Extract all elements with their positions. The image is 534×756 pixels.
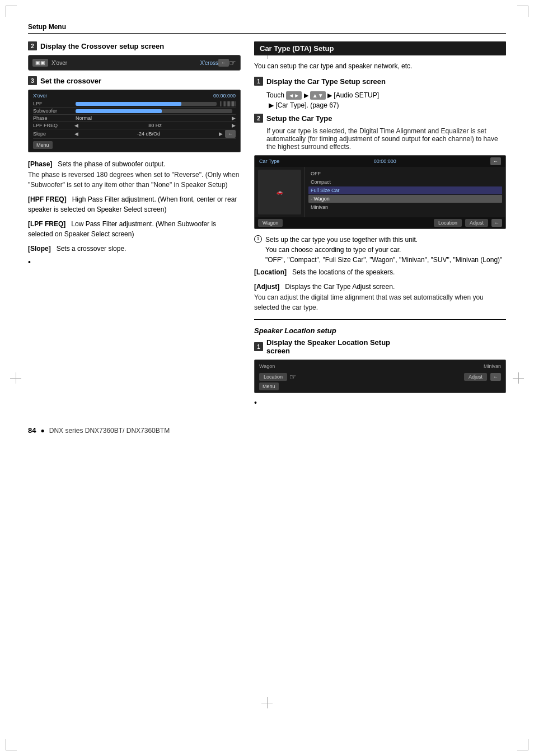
crossover-lpf-freq-row: LPF FREQ ◀ 80 Hz ▶ <box>33 122 236 129</box>
car-type-step2-header: 2 Setup the Car Type <box>254 114 506 123</box>
footer-dot: ● <box>40 427 44 435</box>
bullet-dot: • <box>28 258 31 267</box>
sls-minivan: Minivan <box>484 363 501 369</box>
car-type-footer-back-btn[interactable]: ← <box>491 219 502 227</box>
car-type-screen-label: Car Type <box>259 158 279 164</box>
car-type-left-panel: 🚗 <box>255 167 305 217</box>
speaker-location-screen: Wagon Minivan Location ☞ Adjust ← Menu <box>254 360 506 393</box>
car-type-step2-title: Setup the Car Type <box>266 114 332 123</box>
sls-menu-btn[interactable]: Menu <box>259 382 279 390</box>
bottom-bullet: • <box>254 399 506 407</box>
phase-desc: [Phase] Sets the phase of subwoofer outp… <box>28 159 241 190</box>
slope-back-btn[interactable]: ← <box>225 130 236 138</box>
car-type-back-btn[interactable]: ← <box>490 157 501 165</box>
finger-icon: ☞ <box>229 58 236 67</box>
speaker-loc-step1-title2: screen <box>266 347 290 355</box>
sls-location-btn[interactable]: Location <box>259 373 287 381</box>
back-btn[interactable]: ← <box>218 59 229 67</box>
car-type-screen-time: 00:00:000 <box>374 158 396 164</box>
section2-badge: 2 <box>28 41 37 50</box>
car-type-step1-badge: 1 <box>254 77 263 86</box>
car-type-num-desc1: 1 Sets up the car type you use together … <box>254 235 506 265</box>
xcross-label: X'over <box>51 60 67 66</box>
main-content: 2 Display the Crossover setup screen ▣▣ … <box>28 41 506 409</box>
car-type-wagon-label: Wagon <box>258 219 283 227</box>
car-type-header: Car Type (DTA) Setup <box>254 41 506 55</box>
subwoofer-bar <box>76 109 232 113</box>
car-type-option-compact[interactable]: Compact <box>308 178 502 186</box>
crossover-screen-time: 00:00:000 <box>213 93 236 99</box>
car-type-screen: Car Type 00:00:000 ← 🚗 OFF Compact Full <box>254 155 506 229</box>
section2-header: 2 Display the Crossover setup screen <box>28 41 241 50</box>
hpf-freq-desc: [HPF FREQ] High Pass Filter adjustment. … <box>28 194 241 214</box>
car-type-option-off[interactable]: OFF <box>308 170 502 178</box>
crossover-slope-row: Slope ◀ -24 dB/Od ▶ ← <box>33 129 236 139</box>
page-header: Setup Menu <box>28 22 506 34</box>
left-column: 2 Display the Crossover setup screen ▣▣ … <box>28 41 241 409</box>
car-type-step1-header: 1 Display the Car Type Setup screen <box>254 77 506 86</box>
lpf-freq-desc: [LPF FREQ] Low Pass Filter adjustment. (… <box>28 219 241 239</box>
crossover-screen-title: X'over <box>33 93 47 99</box>
page-number: 84 <box>28 426 36 435</box>
adjust-desc: [Adjust] Displays the Car Type Adjust sc… <box>254 282 506 312</box>
touch-instruction: Touch ◄► ▶ ▲▼ ▶ [Audio SETUP] ▶ [Car Typ… <box>266 90 506 110</box>
speaker-loc-step1-badge: 1 <box>254 342 263 351</box>
location-desc: [Location] Sets the locations of the spe… <box>254 267 506 277</box>
page-model: DNX series DNX7360BT/ DNX7360BTM <box>49 427 170 435</box>
crossover-phase-row: Phase Normal ▶ <box>33 115 236 122</box>
crossover-setup-screen-mockup: ▣▣ X'over X'cross ← ☞ <box>28 55 241 71</box>
section3-header: 3 Set the crossover <box>28 76 241 85</box>
touch-btn2[interactable]: ▲▼ <box>310 91 326 100</box>
crossover-screen: X'over 00:00:000 LPF |||||||||||| Subwoo… <box>28 90 241 152</box>
car-type-adjust-btn[interactable]: Adjust <box>465 219 488 227</box>
section3-title: Set the crossover <box>40 77 101 85</box>
speaker-location-italic-header: Speaker Location setup <box>254 326 506 335</box>
car-type-option-minivan[interactable]: Minivan <box>308 203 502 211</box>
page-footer: 84 ● DNX series DNX7360BT/ DNX7360BTM <box>28 426 506 435</box>
car-type-option-fullsize[interactable]: Full Size Car <box>308 186 502 194</box>
bottom-bullet-dot: • <box>254 398 257 407</box>
car-type-location-btn[interactable]: Location <box>434 219 462 227</box>
section3-badge: 3 <box>28 76 37 85</box>
right-column: Car Type (DTA) Setup You can setup the c… <box>254 41 506 409</box>
car-type-step2-badge: 2 <box>254 114 263 123</box>
section2-title: Display the Crossover setup screen <box>40 42 164 50</box>
touch-btn1[interactable]: ◄► <box>286 91 302 100</box>
car-type-intro: You can setup the car type and speaker n… <box>254 61 506 71</box>
sls-back-btn[interactable]: ← <box>490 373 501 381</box>
lpf-bar <box>76 102 217 106</box>
speaker-loc-step1-title: Display the Speaker Location Setup <box>266 338 390 347</box>
car-image: 🚗 <box>258 170 301 214</box>
bullet-point: • <box>28 258 241 267</box>
car-type-right-panel: OFF Compact Full Size Car - Wagon Miniva… <box>305 167 505 217</box>
crossover-descriptions: [Phase] Sets the phase of subwoofer outp… <box>28 159 241 254</box>
sls-adjust-btn[interactable]: Adjust <box>464 373 487 381</box>
sls-wagon: Wagon <box>259 363 275 369</box>
speaker-loc-step1-header: 1 Display the Speaker Location Setup scr… <box>254 338 506 355</box>
page-header-title: Setup Menu <box>28 23 66 31</box>
crossover-menu-row: Menu <box>33 141 236 149</box>
crossover-lpf-row: LPF |||||||||||| <box>33 100 236 108</box>
sls-finger-icon: ☞ <box>289 372 297 381</box>
car-type-step2-desc: If your car type is selected, the Digita… <box>266 127 506 151</box>
tv-icon: ▣▣ <box>32 59 48 67</box>
car-type-option-wagon[interactable]: - Wagon <box>308 195 502 203</box>
car-type-step1-title: Display the Car Type Setup screen <box>266 77 386 86</box>
crossover-menu-btn[interactable]: Menu <box>33 141 53 149</box>
slope-desc: [Slope] Sets a crossover slope. <box>28 244 241 254</box>
xcross-right-label: X'cross <box>200 60 218 66</box>
crossover-subwoofer-row: Subwoofer <box>33 108 236 115</box>
section-divider <box>254 319 506 320</box>
